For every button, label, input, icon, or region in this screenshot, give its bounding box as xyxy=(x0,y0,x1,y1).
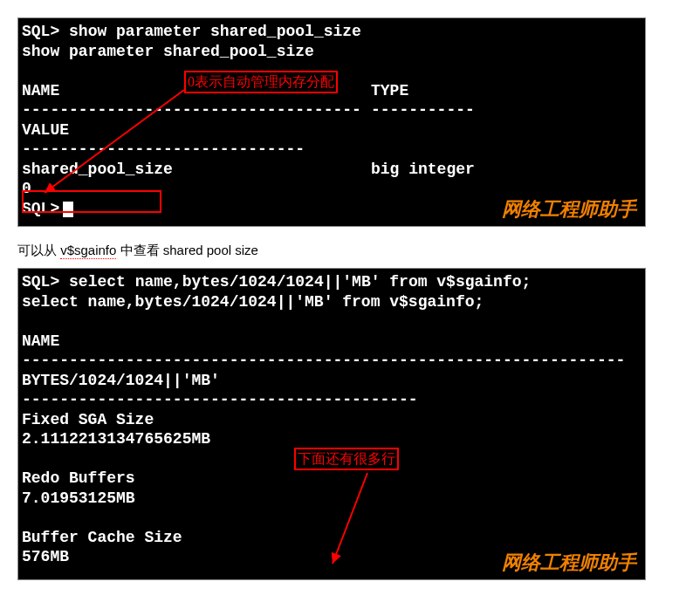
param-name: shared_pool_size xyxy=(22,160,371,180)
sql-echo: show parameter shared_pool_size xyxy=(22,42,642,62)
col-header-name: NAME xyxy=(22,332,642,352)
col-header-value: VALUE xyxy=(22,120,642,140)
caption-pre: 可以从 xyxy=(17,243,60,257)
separator: ----------------------------------------… xyxy=(22,100,642,120)
annotation-more-rows: 下面还有很多行 xyxy=(294,448,399,470)
separator: ----------------------------------------… xyxy=(22,351,642,371)
sql-command: show parameter shared_pool_size xyxy=(69,23,361,40)
sql-echo: select name,bytes/1024/1024||'MB' from v… xyxy=(22,292,642,312)
caption-mid: v$sgainfo xyxy=(60,243,116,259)
row-name: Redo Buffers xyxy=(22,469,642,489)
sql-command: select name,bytes/1024/1024||'MB' from v… xyxy=(69,273,531,291)
caption-text: 可以从 v$sgainfo 中查看 shared pool size xyxy=(17,243,676,259)
col-header-type: TYPE xyxy=(371,82,408,99)
watermark-text: 网络工程师助手 xyxy=(502,551,636,575)
terminal-output-1: SQL> show parameter shared_pool_size sho… xyxy=(17,17,646,227)
row-name: Buffer Cache Size xyxy=(22,528,642,548)
separator: ----------------------------------------… xyxy=(22,390,642,410)
terminal-output-2: SQL> select name,bytes/1024/1024||'MB' f… xyxy=(17,268,646,580)
row-name: Fixed SGA Size xyxy=(22,410,642,430)
highlight-value-box xyxy=(22,190,161,213)
param-type: big integer xyxy=(371,161,475,178)
sql-prompt: SQL> xyxy=(22,273,59,291)
row-value: 2.1112213134765625MB xyxy=(22,429,642,449)
annotation-memory-auto: 0表示自动管理内存分配 xyxy=(184,71,338,93)
watermark-text: 网络工程师助手 xyxy=(502,197,636,222)
col-header-bytes: BYTES/1024/1024||'MB' xyxy=(22,371,642,391)
separator: ------------------------------ xyxy=(22,140,642,160)
caption-post: 中查看 shared pool size xyxy=(116,243,258,257)
sql-prompt: SQL> xyxy=(22,23,59,40)
row-value: 7.01953125MB xyxy=(22,489,642,509)
